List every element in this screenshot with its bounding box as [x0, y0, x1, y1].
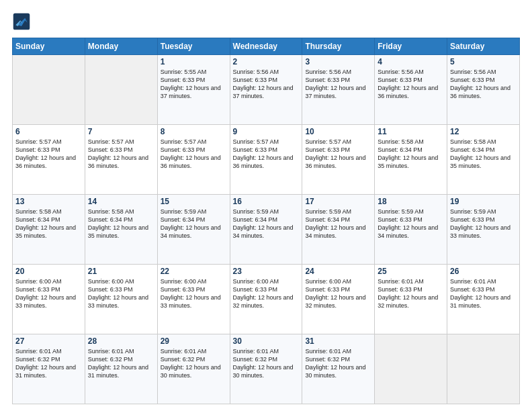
day-info: Sunrise: 5:56 AM Sunset: 6:33 PM Dayligh…	[305, 68, 371, 101]
day-info: Sunrise: 5:57 AM Sunset: 6:33 PM Dayligh…	[15, 138, 82, 171]
calendar-cell: 10Sunrise: 5:57 AM Sunset: 6:33 PM Dayli…	[302, 125, 375, 195]
day-number: 4	[378, 57, 444, 66]
day-info: Sunrise: 5:56 AM Sunset: 6:33 PM Dayligh…	[233, 68, 300, 101]
day-number: 5	[450, 57, 517, 66]
day-info: Sunrise: 5:59 AM Sunset: 6:34 PM Dayligh…	[305, 208, 371, 240]
day-info: Sunrise: 6:01 AM Sunset: 6:32 PM Dayligh…	[88, 347, 154, 380]
day-number: 21	[88, 267, 154, 276]
day-info: Sunrise: 5:58 AM Sunset: 6:34 PM Dayligh…	[15, 208, 82, 240]
page: SundayMondayTuesdayWednesdayThursdayFrid…	[0, 0, 532, 411]
calendar-cell: 26Sunrise: 6:01 AM Sunset: 6:33 PM Dayli…	[447, 265, 520, 334]
calendar-cell: 18Sunrise: 5:59 AM Sunset: 6:33 PM Dayli…	[375, 195, 447, 265]
day-number: 31	[305, 336, 371, 346]
day-number: 15	[161, 197, 227, 206]
weekday-header: Friday	[375, 38, 447, 55]
calendar-table: SundayMondayTuesdayWednesdayThursdayFrid…	[12, 38, 520, 404]
calendar-cell: 14Sunrise: 5:58 AM Sunset: 6:34 PM Dayli…	[85, 195, 157, 265]
weekday-header: Tuesday	[157, 38, 230, 55]
day-number: 8	[161, 127, 227, 136]
day-number: 24	[305, 267, 371, 276]
day-number: 26	[450, 267, 517, 276]
day-number: 6	[15, 127, 82, 136]
day-info: Sunrise: 5:57 AM Sunset: 6:33 PM Dayligh…	[233, 138, 300, 171]
day-number: 10	[305, 127, 371, 136]
calendar-cell: 25Sunrise: 6:01 AM Sunset: 6:33 PM Dayli…	[375, 265, 447, 334]
calendar-week-row: 13Sunrise: 5:58 AM Sunset: 6:34 PM Dayli…	[13, 195, 520, 265]
day-number: 22	[161, 267, 227, 276]
calendar-cell: 7Sunrise: 5:57 AM Sunset: 6:33 PM Daylig…	[85, 125, 157, 195]
day-info: Sunrise: 5:55 AM Sunset: 6:33 PM Dayligh…	[161, 68, 227, 101]
calendar-cell: 29Sunrise: 6:01 AM Sunset: 6:32 PM Dayli…	[157, 334, 230, 404]
day-info: Sunrise: 6:01 AM Sunset: 6:32 PM Dayligh…	[15, 347, 82, 380]
day-number: 17	[305, 197, 371, 206]
day-number: 23	[233, 267, 300, 276]
calendar-cell	[447, 334, 520, 404]
calendar-cell: 30Sunrise: 6:01 AM Sunset: 6:32 PM Dayli…	[230, 334, 302, 404]
day-number: 20	[15, 267, 82, 276]
day-info: Sunrise: 6:01 AM Sunset: 6:32 PM Dayligh…	[161, 347, 227, 380]
calendar-header-row: SundayMondayTuesdayWednesdayThursdayFrid…	[13, 38, 520, 55]
weekday-header: Monday	[85, 38, 157, 55]
calendar-week-row: 6Sunrise: 5:57 AM Sunset: 6:33 PM Daylig…	[13, 125, 520, 195]
day-info: Sunrise: 5:56 AM Sunset: 6:33 PM Dayligh…	[450, 68, 517, 101]
day-number: 13	[15, 197, 82, 206]
day-info: Sunrise: 5:58 AM Sunset: 6:34 PM Dayligh…	[378, 138, 444, 171]
calendar-week-row: 20Sunrise: 6:00 AM Sunset: 6:33 PM Dayli…	[13, 265, 520, 334]
calendar-cell: 4Sunrise: 5:56 AM Sunset: 6:33 PM Daylig…	[375, 55, 447, 125]
calendar-cell: 15Sunrise: 5:59 AM Sunset: 6:34 PM Dayli…	[157, 195, 230, 265]
calendar-cell: 12Sunrise: 5:58 AM Sunset: 6:34 PM Dayli…	[447, 125, 520, 195]
weekday-header: Wednesday	[230, 38, 302, 55]
logo-icon	[12, 12, 31, 31]
calendar-cell: 19Sunrise: 5:59 AM Sunset: 6:33 PM Dayli…	[447, 195, 520, 265]
calendar-cell: 17Sunrise: 5:59 AM Sunset: 6:34 PM Dayli…	[302, 195, 375, 265]
calendar-cell	[13, 55, 85, 125]
calendar-cell	[85, 55, 157, 125]
calendar-cell: 16Sunrise: 5:59 AM Sunset: 6:34 PM Dayli…	[230, 195, 302, 265]
calendar-cell: 5Sunrise: 5:56 AM Sunset: 6:33 PM Daylig…	[447, 55, 520, 125]
header	[12, 12, 520, 31]
day-info: Sunrise: 5:59 AM Sunset: 6:34 PM Dayligh…	[233, 208, 300, 240]
calendar-cell: 27Sunrise: 6:01 AM Sunset: 6:32 PM Dayli…	[13, 334, 85, 404]
weekday-header: Thursday	[302, 38, 375, 55]
day-info: Sunrise: 5:59 AM Sunset: 6:33 PM Dayligh…	[450, 208, 517, 240]
day-info: Sunrise: 6:00 AM Sunset: 6:33 PM Dayligh…	[161, 277, 227, 310]
day-number: 16	[233, 197, 300, 206]
day-info: Sunrise: 6:00 AM Sunset: 6:33 PM Dayligh…	[88, 277, 154, 310]
weekday-header: Saturday	[447, 38, 520, 55]
day-number: 25	[378, 267, 444, 276]
weekday-header: Sunday	[13, 38, 85, 55]
day-number: 19	[450, 197, 517, 206]
day-number: 30	[233, 336, 300, 346]
day-number: 12	[450, 127, 517, 136]
calendar-cell: 1Sunrise: 5:55 AM Sunset: 6:33 PM Daylig…	[157, 55, 230, 125]
day-info: Sunrise: 6:01 AM Sunset: 6:32 PM Dayligh…	[305, 347, 371, 380]
day-info: Sunrise: 6:01 AM Sunset: 6:33 PM Dayligh…	[450, 277, 517, 310]
day-info: Sunrise: 6:01 AM Sunset: 6:32 PM Dayligh…	[233, 347, 300, 380]
day-info: Sunrise: 5:57 AM Sunset: 6:33 PM Dayligh…	[88, 138, 154, 171]
day-number: 1	[161, 57, 227, 66]
day-info: Sunrise: 5:58 AM Sunset: 6:34 PM Dayligh…	[450, 138, 517, 171]
calendar-cell: 28Sunrise: 6:01 AM Sunset: 6:32 PM Dayli…	[85, 334, 157, 404]
day-number: 11	[378, 127, 444, 136]
day-number: 28	[88, 336, 154, 346]
logo	[12, 12, 34, 31]
day-number: 3	[305, 57, 371, 66]
calendar-week-row: 27Sunrise: 6:01 AM Sunset: 6:32 PM Dayli…	[13, 334, 520, 404]
calendar-cell: 11Sunrise: 5:58 AM Sunset: 6:34 PM Dayli…	[375, 125, 447, 195]
day-info: Sunrise: 6:00 AM Sunset: 6:33 PM Dayligh…	[15, 277, 82, 310]
day-number: 9	[233, 127, 300, 136]
calendar-cell: 3Sunrise: 5:56 AM Sunset: 6:33 PM Daylig…	[302, 55, 375, 125]
calendar-cell: 22Sunrise: 6:00 AM Sunset: 6:33 PM Dayli…	[157, 265, 230, 334]
day-info: Sunrise: 5:58 AM Sunset: 6:34 PM Dayligh…	[88, 208, 154, 240]
calendar-cell	[375, 334, 447, 404]
calendar-cell: 6Sunrise: 5:57 AM Sunset: 6:33 PM Daylig…	[13, 125, 85, 195]
day-info: Sunrise: 5:56 AM Sunset: 6:33 PM Dayligh…	[378, 68, 444, 101]
day-info: Sunrise: 6:00 AM Sunset: 6:33 PM Dayligh…	[233, 277, 300, 310]
calendar-cell: 24Sunrise: 6:00 AM Sunset: 6:33 PM Dayli…	[302, 265, 375, 334]
calendar-cell: 9Sunrise: 5:57 AM Sunset: 6:33 PM Daylig…	[230, 125, 302, 195]
day-number: 14	[88, 197, 154, 206]
day-info: Sunrise: 5:57 AM Sunset: 6:33 PM Dayligh…	[161, 138, 227, 171]
day-info: Sunrise: 5:59 AM Sunset: 6:34 PM Dayligh…	[161, 208, 227, 240]
calendar-cell: 23Sunrise: 6:00 AM Sunset: 6:33 PM Dayli…	[230, 265, 302, 334]
calendar-cell: 8Sunrise: 5:57 AM Sunset: 6:33 PM Daylig…	[157, 125, 230, 195]
